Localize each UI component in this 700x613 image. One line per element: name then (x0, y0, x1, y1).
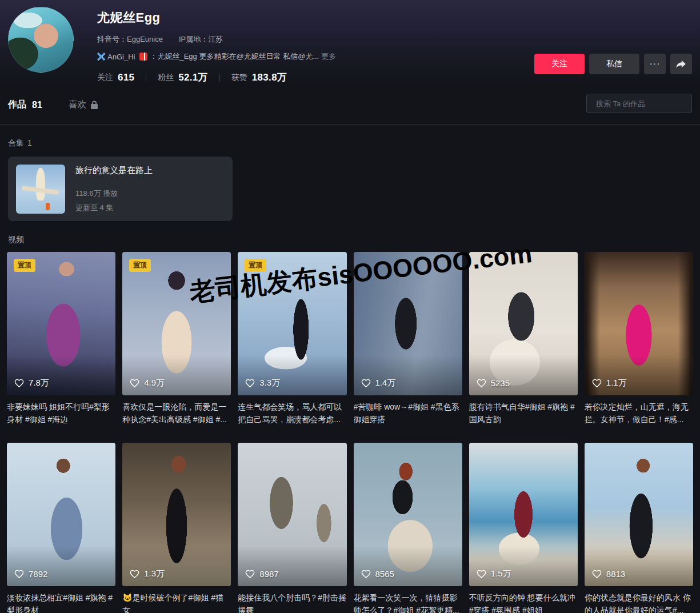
video-thumbnail: 8987 (238, 443, 346, 586)
video-caption: 喜欢仅是一眼沦陷，而爱是一种执念#美出高级感 #御姐 #... (122, 400, 231, 426)
heart-icon (129, 378, 140, 388)
like-count: 7892 (14, 568, 47, 579)
lock-icon (90, 101, 98, 109)
heart-icon (476, 378, 487, 388)
page-title: 尤妮丝Egg (97, 9, 336, 26)
like-count: 3.3万 (245, 378, 280, 388)
bio-handle: AnGi_Hi (107, 53, 135, 61)
video-caption: 不听反方向的钟 想要什么就冲#穿搭 #氛围感 #姐姐 (469, 591, 578, 613)
heart-icon (14, 378, 25, 388)
video-card[interactable]: 1.5万 不听反方向的钟 想要什么就冲#穿搭 #氛围感 #姐姐 (469, 443, 578, 613)
share-arrow-icon (675, 58, 687, 70)
blue-app-icon (97, 53, 105, 61)
divider (219, 74, 220, 82)
search-input[interactable] (596, 99, 697, 108)
like-count: 4.9万 (129, 378, 165, 388)
account-meta: 抖音号：EggEuniceIP属地：江苏 (97, 34, 336, 45)
message-button[interactable]: 私信 (589, 54, 639, 74)
video-card[interactable]: 7892 淡妆浓抹总相宜#御姐 #旗袍 #梨形身材 (7, 443, 115, 613)
video-card[interactable]: 1.1万 若你决定灿烂，山无遮，海无拦。女神节，做自己！#感... (585, 252, 693, 426)
video-caption: 能接住我八个肘击吗？#肘击摇摆舞 (238, 591, 346, 613)
tab-likes-label: 喜欢 (69, 99, 87, 111)
heart-icon (14, 568, 25, 579)
tab-bar: 作品 81 喜欢 (0, 86, 700, 125)
video-caption: 花絮看一次笑一次，猜猜摄影师怎么了？#御姐 #花絮更精... (354, 591, 462, 613)
video-card[interactable]: 置顶 4.9万 喜欢仅是一眼沦陷，而爱是一种执念#美出高级感 #御姐 #... (122, 252, 231, 426)
video-card[interactable]: 置顶 3.3万 连生气都会笑场，骂人都可以把自己骂哭，崩溃都会考虑... (238, 252, 346, 426)
tab-works-count: 81 (32, 100, 42, 110)
pinned-badge: 置顶 (14, 259, 35, 272)
videos-section-label: 视频 (0, 221, 700, 252)
like-count: 1.1万 (591, 378, 627, 388)
like-count: 1.4万 (361, 378, 396, 388)
heart-icon (476, 568, 487, 579)
divider (146, 74, 146, 82)
profile-header: 尤妮丝Egg 抖音号：EggEuniceIP属地：江苏 AnGi_Hi ：尤妮丝… (0, 0, 700, 86)
avatar[interactable] (8, 7, 74, 73)
collection-thumbnail (16, 165, 65, 214)
like-count: 5235 (476, 378, 510, 388)
following-label: 关注 (97, 73, 113, 83)
video-caption: 腹有诗书气自华#御姐 #旗袍 #国风古韵 (469, 400, 578, 426)
video-caption: 你的状态就是你最好的风水 你的人品就是你最好的运气#... (585, 591, 693, 613)
bio-text: ：尤妮丝_Egg 更多精彩在@尤妮丝日常 私信@尤... (150, 51, 319, 62)
video-caption: 连生气都会笑场，骂人都可以把自己骂哭，崩溃都会考虑... (238, 400, 346, 426)
followers-label: 粉丝 (158, 73, 174, 83)
video-card[interactable]: 8565 花絮看一次笑一次，猜猜摄影师怎么了？#御姐 #花絮更精... (354, 443, 462, 613)
heart-icon (245, 568, 255, 579)
video-card[interactable]: 5235 腹有诗书气自华#御姐 #旗袍 #国风古韵 (469, 252, 578, 426)
ip-label: IP属地： (179, 35, 208, 43)
video-thumbnail: 8813 (585, 443, 693, 586)
like-count: 1.3万 (129, 568, 165, 579)
pinned-badge: 置顶 (129, 259, 151, 272)
video-thumbnail: 8565 (354, 443, 462, 586)
more-options-button[interactable]: ··· (644, 54, 666, 74)
like-count: 1.5万 (476, 568, 511, 579)
tab-works-label: 作品 (8, 99, 26, 111)
video-caption: 🐱是时候破个例了#御姐 #猫女 (122, 591, 231, 613)
video-thumbnail: 置顶 4.9万 (122, 252, 231, 395)
video-thumbnail: 1.3万 (122, 443, 231, 586)
airplane-icon (36, 168, 45, 201)
heart-icon (129, 568, 140, 579)
douyin-id-label: 抖音号： (97, 35, 127, 43)
douyin-id-value: EggEunice (127, 35, 163, 43)
heart-icon (591, 568, 602, 579)
heart-icon (361, 378, 371, 388)
bio: AnGi_Hi ：尤妮丝_Egg 更多精彩在@尤妮丝日常 私信@尤... 更多 (97, 51, 336, 62)
heart-icon (361, 568, 371, 579)
likes-label: 获赞 (231, 73, 247, 83)
tab-works[interactable]: 作品 81 (8, 99, 42, 111)
like-count: 8987 (245, 568, 278, 579)
collection-episodes: 更新至 4 集 (75, 203, 153, 213)
video-thumbnail: 置顶 7.8万 (7, 252, 115, 395)
search-box[interactable] (586, 94, 692, 113)
video-card[interactable]: 1.4万 #苦咖啡 wow～#御姐 #黑色系御姐穿搭 (354, 252, 462, 426)
video-thumbnail: 1.1万 (585, 252, 693, 395)
video-thumbnail: 置顶 3.3万 (238, 252, 346, 395)
stats-row: 关注615 粉丝52.1万 获赞183.8万 (97, 71, 336, 84)
heart-icon (591, 378, 602, 388)
likes-value: 183.8万 (252, 71, 287, 84)
bio-more-link[interactable]: 更多 (321, 51, 336, 62)
like-count: 7.8万 (14, 378, 49, 388)
follow-button[interactable]: 关注 (534, 54, 585, 74)
followers-value: 52.1万 (178, 71, 208, 84)
heart-icon (245, 378, 255, 388)
tab-likes[interactable]: 喜欢 (69, 99, 98, 111)
video-thumbnail: 1.5万 (469, 443, 578, 586)
red-app-icon (139, 53, 147, 61)
share-button[interactable] (670, 54, 692, 74)
ellipsis-icon: ··· (650, 59, 661, 69)
video-card[interactable]: 1.3万 🐱是时候破个例了#御姐 #猫女 (122, 443, 231, 613)
collection-card[interactable]: 旅行的意义是在路上 118.6万 播放 更新至 4 集 (8, 157, 233, 221)
collection-section-label: 合集1 (0, 125, 700, 155)
like-count: 8813 (591, 568, 625, 579)
video-card[interactable]: 8987 能接住我八个肘击吗？#肘击摇摆舞 (238, 443, 346, 613)
video-card[interactable]: 置顶 7.8万 非要妹妹吗 姐姐不行吗#梨形身材 #御姐 #海边 (7, 252, 115, 426)
video-caption: 非要妹妹吗 姐姐不行吗#梨形身材 #御姐 #海边 (7, 400, 115, 426)
video-thumbnail: 5235 (469, 252, 578, 395)
video-caption: 若你决定灿烂，山无遮，海无拦。女神节，做自己！#感... (585, 400, 693, 426)
video-card[interactable]: 8813 你的状态就是你最好的风水 你的人品就是你最好的运气#... (585, 443, 693, 613)
ip-value: 江苏 (208, 35, 223, 43)
